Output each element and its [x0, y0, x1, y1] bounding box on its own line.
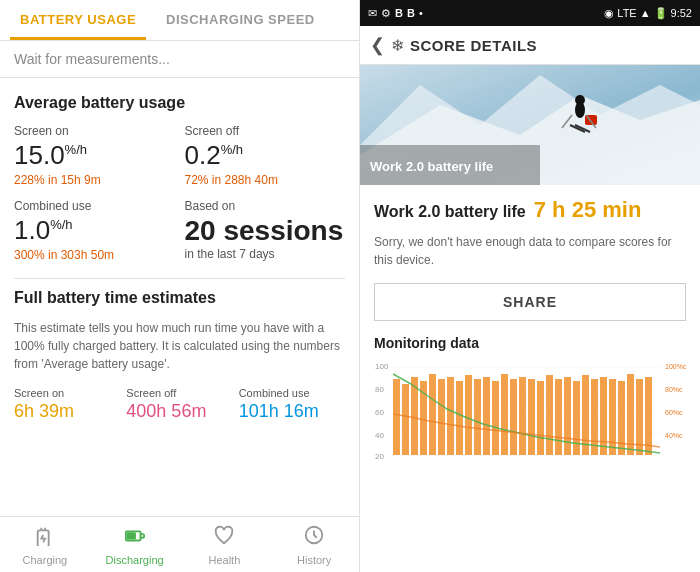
- nav-health[interactable]: Health: [180, 517, 270, 572]
- metric-sessions: Based on 20 sessions in the last 7 days: [185, 199, 346, 262]
- metric-sessions-label: Based on: [185, 199, 346, 213]
- estimates-section-title: Full battery time estimates: [14, 289, 345, 307]
- history-icon: [303, 524, 325, 551]
- score-note: Sorry, we don't have enough data to comp…: [374, 233, 686, 269]
- svg-rect-35: [438, 379, 445, 455]
- metric-combined: Combined use 1.0%/h 300% in 303h 50m: [14, 199, 175, 262]
- battery-status-icon: 🔋: [654, 7, 668, 20]
- svg-rect-39: [474, 379, 481, 455]
- snowflake-icon: ❄: [391, 36, 404, 55]
- status-left-icons: ✉ ⚙ B B •: [368, 7, 423, 20]
- nav-charging-label: Charging: [23, 554, 68, 566]
- health-icon: [213, 524, 235, 551]
- estimate-screen-off: Screen off 400h 56m: [126, 387, 232, 422]
- metric-screen-off-sub: 72% in 288h 40m: [185, 173, 346, 187]
- metric-screen-off-value: 0.2%/h: [185, 140, 346, 171]
- right-panel: ✉ ⚙ B B • ◉ LTE ▲ 🔋 9:52 ❮ ❄ SCORE DETAI…: [360, 0, 700, 572]
- svg-text:40: 40: [375, 431, 384, 440]
- charging-icon: [34, 524, 56, 551]
- svg-text:80%c: 80%c: [665, 386, 683, 393]
- metric-screen-off: Screen off 0.2%/h 72% in 288h 40m: [185, 124, 346, 187]
- estimate-combined: Combined use 101h 16m: [239, 387, 345, 422]
- metric-combined-sub: 300% in 303h 50m: [14, 248, 175, 262]
- svg-text:100: 100: [375, 362, 389, 371]
- b-icon-2: B: [407, 7, 415, 19]
- svg-text:80: 80: [375, 385, 384, 394]
- monitoring-title: Monitoring data: [374, 335, 686, 351]
- svg-rect-30: [393, 379, 400, 455]
- nav-discharging-label: Discharging: [106, 554, 164, 566]
- time-display: 9:52: [671, 7, 692, 19]
- est-screen-on-label: Screen on: [14, 387, 120, 399]
- est-combined-label: Combined use: [239, 387, 345, 399]
- metric-sessions-sub: in the last 7 days: [185, 247, 346, 261]
- svg-rect-44: [519, 377, 526, 455]
- nav-discharging[interactable]: Discharging: [90, 517, 180, 572]
- est-combined-value: 101h 16m: [239, 401, 345, 422]
- msg-icon: ✉: [368, 7, 377, 20]
- metric-screen-on-label: Screen on: [14, 124, 175, 138]
- b-icon-1: B: [395, 7, 403, 19]
- monitoring-chart: 100 80 60 40 20 100%c 80%c 60%c 40%c: [374, 359, 686, 469]
- svg-rect-49: [564, 377, 571, 455]
- nav-history-label: History: [297, 554, 331, 566]
- estimate-screen-on: Screen on 6h 39m: [14, 387, 120, 422]
- metric-screen-on: Screen on 15.0%/h 228% in 15h 9m: [14, 124, 175, 187]
- est-screen-on-value: 6h 39m: [14, 401, 120, 422]
- divider-1: [14, 278, 345, 279]
- metrics-grid: Screen on 15.0%/h 228% in 15h 9m Screen …: [14, 124, 345, 262]
- svg-rect-58: [645, 377, 652, 455]
- svg-rect-31: [402, 384, 409, 455]
- wait-message: Wait for measurements...: [0, 41, 359, 78]
- metric-screen-off-label: Screen off: [185, 124, 346, 138]
- svg-rect-42: [501, 374, 508, 455]
- discharging-icon: [124, 524, 146, 551]
- lte-text: LTE: [617, 7, 636, 19]
- score-line: Work 2.0 battery life 7 h 25 min: [374, 197, 686, 223]
- svg-rect-37: [456, 381, 463, 455]
- svg-rect-52: [591, 379, 598, 455]
- tab-discharging-speed[interactable]: DISCHARGING SPEED: [156, 0, 325, 40]
- svg-text:20: 20: [375, 452, 384, 461]
- svg-rect-47: [546, 375, 553, 455]
- hero-image: Work 2.0 battery life: [360, 65, 700, 185]
- metric-screen-on-sub: 228% in 15h 9m: [14, 173, 175, 187]
- svg-rect-40: [483, 377, 490, 455]
- svg-rect-48: [555, 379, 562, 455]
- back-button[interactable]: ❮: [370, 34, 385, 56]
- svg-rect-38: [465, 375, 472, 455]
- svg-rect-34: [429, 374, 436, 455]
- estimates-description: This estimate tells you how much run tim…: [14, 319, 345, 373]
- svg-rect-36: [447, 377, 454, 455]
- nav-charging[interactable]: Charging: [0, 517, 90, 572]
- status-right: ◉ LTE ▲ 🔋 9:52: [604, 7, 692, 20]
- bottom-nav: Charging Discharging Health: [0, 516, 359, 572]
- gear-icon: ⚙: [381, 7, 391, 20]
- average-section-title: Average battery usage: [14, 94, 345, 112]
- status-bar: ✉ ⚙ B B • ◉ LTE ▲ 🔋 9:52: [360, 0, 700, 26]
- svg-rect-56: [627, 374, 634, 455]
- estimates-grid: Screen on 6h 39m Screen off 400h 56m Com…: [14, 387, 345, 422]
- est-screen-off-value: 400h 56m: [126, 401, 232, 422]
- score-body: Work 2.0 battery life 7 h 25 min Sorry, …: [360, 185, 700, 572]
- svg-text:Work 2.0 battery life: Work 2.0 battery life: [370, 159, 493, 174]
- svg-text:60%c: 60%c: [665, 409, 683, 416]
- tab-battery-usage[interactable]: BATTERY USAGE: [10, 0, 146, 40]
- metric-screen-on-value: 15.0%/h: [14, 140, 175, 171]
- score-header: ❮ ❄ SCORE DETAILS: [360, 26, 700, 65]
- left-panel: BATTERY USAGE DISCHARGING SPEED Wait for…: [0, 0, 360, 572]
- svg-rect-53: [600, 377, 607, 455]
- share-button[interactable]: SHARE: [374, 283, 686, 321]
- metric-combined-value: 1.0%/h: [14, 215, 175, 246]
- score-details-title: SCORE DETAILS: [410, 37, 537, 54]
- svg-rect-57: [636, 379, 643, 455]
- svg-text:40%c: 40%c: [665, 432, 683, 439]
- est-screen-off-label: Screen off: [126, 387, 232, 399]
- svg-rect-46: [537, 381, 544, 455]
- nav-history[interactable]: History: [269, 517, 359, 572]
- content-area: Average battery usage Screen on 15.0%/h …: [0, 78, 359, 516]
- brightness-icon: ◉: [604, 7, 614, 20]
- svg-rect-2: [127, 533, 134, 539]
- tab-bar: BATTERY USAGE DISCHARGING SPEED: [0, 0, 359, 41]
- metric-combined-label: Combined use: [14, 199, 175, 213]
